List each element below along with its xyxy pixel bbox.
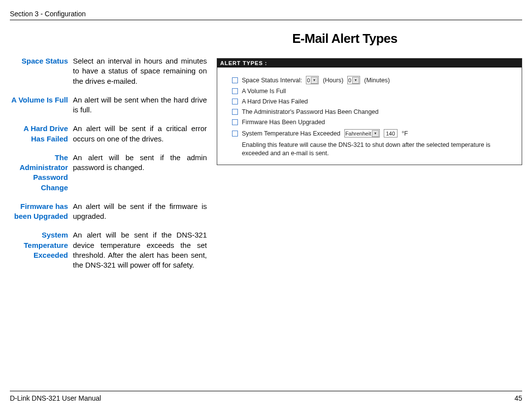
def-row: Space Status Select an interval in hours…: [10, 56, 207, 86]
alert-types-panel: ALERT TYPES : Space Status Interval: 0 ▾…: [217, 58, 522, 165]
def-row: The Administrator Password Change An ale…: [10, 153, 207, 193]
alert-row-fw-upgraded: Firmware Has Been Upgraded: [232, 119, 514, 126]
def-term: The Administrator Password Change: [10, 153, 73, 193]
label-volume-full: A Volume Is Full: [242, 88, 286, 95]
checkbox-volume-full[interactable]: [232, 88, 238, 94]
def-term: Space Status: [10, 56, 73, 86]
select-temp-unit[interactable]: Fahrenheit ▾: [344, 129, 380, 137]
footer: D-Link DNS-321 User Manual 45: [10, 391, 522, 402]
label-space-status: Space Status Interval:: [242, 77, 302, 84]
select-minutes[interactable]: 0 ▾: [347, 76, 360, 84]
chevron-down-icon: ▾: [352, 77, 359, 84]
def-desc: An alert will be sent if a critical erro…: [73, 124, 207, 144]
label-hours: (Hours): [323, 77, 343, 84]
def-term: System Temperature Exceeded: [10, 230, 73, 270]
def-row: A Volume Is Full An alert will be sent w…: [10, 95, 207, 115]
chevron-down-icon: ▾: [372, 130, 379, 137]
select-hours-value: 0: [307, 77, 310, 83]
def-desc: An alert will be sent if the admin passw…: [73, 153, 207, 193]
def-row: A Hard Drive Has Failed An alert will be…: [10, 124, 207, 144]
page-title: E-Mail Alert Types: [167, 31, 522, 46]
label-temp-exceeded: System Temperature Has Exceeded: [242, 130, 340, 137]
checkbox-hd-failed[interactable]: [232, 99, 238, 104]
select-minutes-value: 0: [348, 77, 351, 83]
checkbox-pw-changed[interactable]: [232, 109, 238, 115]
alert-row-hd-failed: A Hard Drive Has Failed: [232, 98, 514, 105]
def-term: A Volume Is Full: [10, 95, 73, 115]
footer-page: 45: [514, 394, 522, 402]
input-temp-value[interactable]: 140: [384, 129, 398, 137]
definitions-list: Space Status Select an interval in hours…: [10, 56, 207, 279]
def-desc: Select an interval in hours and minutes …: [73, 56, 207, 86]
alert-row-volume-full: A Volume Is Full: [232, 88, 514, 95]
label-hd-failed: A Hard Drive Has Failed: [242, 98, 308, 105]
def-term: Firmware has been Upgraded: [10, 202, 73, 222]
label-pw-changed: The Administrator's Password Has Been Ch…: [242, 108, 379, 115]
label-temp-suffix: °F: [401, 130, 408, 137]
chevron-down-icon: ▾: [311, 77, 318, 84]
panel-column: ALERT TYPES : Space Status Interval: 0 ▾…: [217, 56, 522, 279]
def-desc: An alert will be sent when the hard driv…: [73, 95, 207, 115]
select-hours[interactable]: 0 ▾: [306, 76, 319, 84]
checkbox-fw-upgraded[interactable]: [232, 119, 238, 125]
def-desc: An alert will be sent if the DNS-321 dev…: [73, 230, 207, 270]
def-term: A Hard Drive Has Failed: [10, 124, 73, 144]
def-desc: An alert will be sent if the firmware is…: [73, 202, 207, 222]
alert-row-space-status: Space Status Interval: 0 ▾ (Hours) 0 ▾ (…: [232, 76, 514, 84]
label-minutes: (Minutes): [364, 77, 390, 84]
temp-hint: Enabling this feature will cause the DNS…: [242, 141, 514, 158]
label-fw-upgraded: Firmware Has Been Upgraded: [242, 119, 325, 126]
select-temp-unit-value: Fahrenheit: [345, 131, 371, 137]
alert-row-pw-changed: The Administrator's Password Has Been Ch…: [232, 108, 514, 115]
panel-header: ALERT TYPES :: [217, 59, 522, 68]
footer-manual: D-Link DNS-321 User Manual: [10, 394, 101, 402]
def-row: System Temperature Exceeded An alert wil…: [10, 230, 207, 270]
def-row: Firmware has been Upgraded An alert will…: [10, 202, 207, 222]
checkbox-space-status[interactable]: [232, 77, 238, 83]
section-header: Section 3 - Configuration: [10, 10, 522, 20]
checkbox-temp-exceeded[interactable]: [232, 131, 238, 137]
panel-body: Space Status Interval: 0 ▾ (Hours) 0 ▾ (…: [217, 68, 522, 165]
alert-row-temp-exceeded: System Temperature Has Exceeded Fahrenhe…: [232, 129, 514, 137]
content: Space Status Select an interval in hours…: [10, 56, 522, 279]
